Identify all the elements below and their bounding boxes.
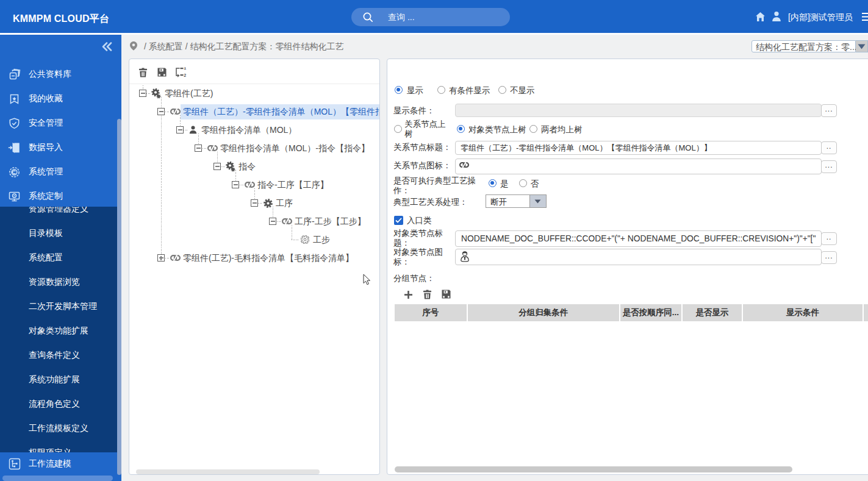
svg-text:2: 2 bbox=[184, 73, 186, 77]
svg-text:1: 1 bbox=[184, 67, 186, 70]
